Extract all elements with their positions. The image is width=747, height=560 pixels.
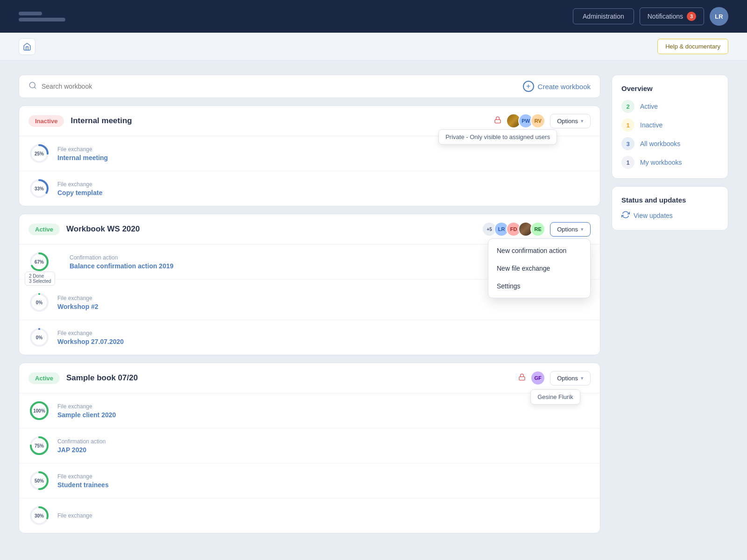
help-button[interactable]: Help & documentary <box>657 39 728 54</box>
overview-card: Overview 2 Active 1 Inactive 3 All workb… <box>612 75 728 179</box>
overview-label-all: All workbooks <box>640 140 680 147</box>
overview-item-active[interactable]: 2 Active <box>621 100 719 113</box>
selected-count: 3 Selected <box>29 279 51 284</box>
item-name-2-3[interactable]: Workshop 27.07.2020 <box>57 338 124 345</box>
view-updates-label: View updates <box>634 212 673 219</box>
home-button[interactable] <box>19 38 35 55</box>
item-type-2-3: File exchange <box>57 330 124 336</box>
overview-items: 2 Active 1 Inactive 3 All workbooks 1 My… <box>621 100 719 169</box>
item-info-3-3: File exchange Student trainees <box>57 473 109 489</box>
item-name-1-1[interactable]: Internal meeting <box>57 154 108 161</box>
progress-label-3-2: 75% <box>35 443 44 448</box>
overview-item-all[interactable]: 3 All workbooks <box>621 137 719 150</box>
progress-label-2-1: 67% <box>35 259 44 265</box>
item-type-3-4: File exchange <box>57 512 92 519</box>
item-info-2-1: Confirmation action Balance confirmation… <box>70 254 174 270</box>
progress-circle-1-1: 25% <box>28 143 50 164</box>
lock-icon-1: Private - Only visible to assigned users <box>494 116 501 126</box>
item-type-2-2: File exchange <box>57 295 99 301</box>
overview-label-my: My workbooks <box>640 159 682 166</box>
item-name-2-1[interactable]: Balance confirmation action 2019 <box>70 262 174 270</box>
item-info-3-4: File exchange <box>57 512 92 519</box>
view-updates-button[interactable]: View updates <box>621 210 719 221</box>
options-button-1[interactable]: Options ▾ <box>550 114 591 128</box>
chevron-down-icon-1: ▾ <box>581 118 584 124</box>
main-content: + Create workbook Inactive Internal meet… <box>0 61 747 547</box>
progress-circle-2-3: 0% <box>28 327 50 348</box>
overview-count-active: 2 <box>621 100 634 113</box>
topnav-right: Administration Notifications 3 LR <box>573 7 728 26</box>
notification-badge: 3 <box>687 12 696 21</box>
notifications-label: Notifications <box>648 13 683 20</box>
options-button-2[interactable]: Options ▾ <box>550 222 591 237</box>
dropdown-new-confirmation[interactable]: New confirmation action <box>488 242 590 259</box>
progress-circle-3-2: 75% <box>28 435 50 456</box>
dropdown-new-file-exchange[interactable]: New file exchange <box>488 259 590 277</box>
options-button-3[interactable]: Options ▾ <box>550 371 591 385</box>
status-badge-active-2: Active <box>28 224 60 235</box>
workbook-header-1: Inactive Internal meeting Private - Only… <box>19 106 600 136</box>
item-name-1-2[interactable]: Copy template <box>57 189 102 196</box>
refresh-icon <box>621 210 630 221</box>
workbook-header-2: Active Workbook WS 2020 +5 LR FD RE Op <box>19 214 600 245</box>
workbook-title-2: Workbook WS 2020 <box>66 224 475 234</box>
admin-button[interactable]: Administration <box>573 8 634 24</box>
lock-icon-3 <box>518 373 526 383</box>
avatar-tooltip-3: Gesine Flurik <box>530 389 580 405</box>
workbook-actions-1: Private - Only visible to assigned users… <box>494 113 591 128</box>
item-info-3-1: File exchange Sample client 2020 <box>57 403 116 419</box>
svg-line-1 <box>34 87 35 88</box>
progress-label-3-3: 50% <box>35 478 44 483</box>
notifications-button[interactable]: Notifications 3 <box>640 7 704 25</box>
progress-circle-2-2: 0% <box>28 292 50 313</box>
progress-circle-3-3: 50% <box>28 470 50 491</box>
item-type-3-2: Confirmation action <box>57 438 106 445</box>
overview-label-inactive: Inactive <box>640 121 662 129</box>
progress-label-1-1: 25% <box>35 151 44 156</box>
progress-circle-3-4: 30% <box>28 505 50 526</box>
create-workbook-button[interactable]: + Create workbook <box>523 81 591 92</box>
item-name-3-2[interactable]: JAP 2020 <box>57 446 106 454</box>
overview-item-inactive[interactable]: 1 Inactive <box>621 119 719 132</box>
item-name-3-1[interactable]: Sample client 2020 <box>57 411 116 419</box>
avatar-rv-1: RV <box>530 113 545 128</box>
status-title: Status and updates <box>621 196 719 204</box>
lock-tooltip-1: Private - Only visible to assigned users <box>438 129 557 145</box>
svg-rect-2 <box>495 119 500 123</box>
create-workbook-label: Create workbook <box>538 83 591 91</box>
status-badge-inactive-1: Inactive <box>28 115 64 127</box>
item-type-1-1: File exchange <box>57 146 108 153</box>
dropdown-settings[interactable]: Settings <box>488 277 590 295</box>
item-info-2-3: File exchange Workshop 27.07.2020 <box>57 330 124 345</box>
item-info-1-2: File exchange Copy template <box>57 181 102 196</box>
workbook-card-2: Active Workbook WS 2020 +5 LR FD RE Op <box>19 214 600 355</box>
overview-title: Overview <box>621 84 719 92</box>
user-avatar[interactable]: LR <box>710 7 728 26</box>
item-info-2-2: File exchange Workshop #2 <box>57 295 99 310</box>
progress-label-2-3: 0% <box>36 335 42 340</box>
workbook-item-3-4: 30% File exchange <box>19 498 600 533</box>
progress-container-2-1: 67% 2 Done 3 Selected <box>28 251 55 273</box>
search-left <box>28 81 523 91</box>
item-name-3-3[interactable]: Student trainees <box>57 481 109 489</box>
workbook-title-3: Sample book 07/20 <box>66 373 512 383</box>
workbook-actions-3: GF Gesine Flurik Options ▾ <box>518 371 591 385</box>
workbook-card-1: Inactive Internal meeting Private - Only… <box>19 105 600 206</box>
progress-label-2-2: 0% <box>36 300 42 305</box>
logo <box>19 12 65 21</box>
svg-rect-13 <box>519 377 525 380</box>
item-name-2-2[interactable]: Workshop #2 <box>57 303 99 310</box>
item-type-2-1: Confirmation action <box>70 254 174 261</box>
search-input[interactable] <box>42 83 523 90</box>
topnav: Administration Notifications 3 LR <box>0 0 747 33</box>
workbook-header-3: Active Sample book 07/20 GF Gesine Fluri… <box>19 363 600 393</box>
avatar-gf-3: GF <box>530 371 545 385</box>
done-count: 2 Done <box>29 273 51 279</box>
avatar-group-1: PW RV <box>506 113 545 128</box>
subheader: Help & documentary <box>0 33 747 61</box>
done-selected-badge: 2 Done 3 Selected <box>25 272 55 286</box>
overview-item-my[interactable]: 1 My workbooks <box>621 156 719 169</box>
item-info-1-1: File exchange Internal meeting <box>57 146 108 161</box>
workbook-card-3: Active Sample book 07/20 GF Gesine Fluri… <box>19 363 600 533</box>
progress-label-3-4: 30% <box>35 513 44 518</box>
